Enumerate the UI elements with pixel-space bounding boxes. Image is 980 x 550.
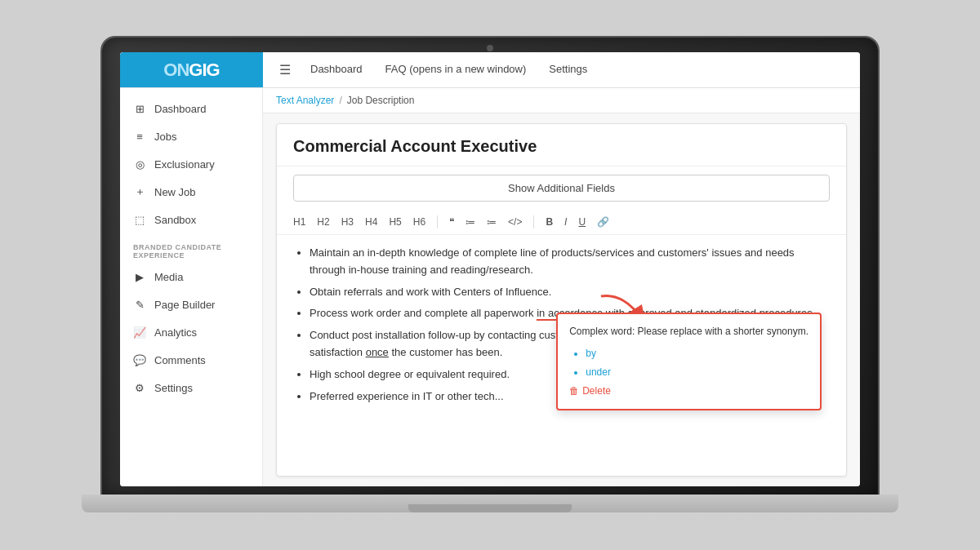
sidebar-label-jobs: Jobs [154, 131, 176, 143]
heading-group: H1 H2 H3 H4 H5 H6 [290, 215, 429, 229]
laptop-frame: ONGIG ☰ Dashboard FAQ (opens in a new wi… [102, 38, 878, 512]
sidebar-label-exclusionary: Exclusionary [154, 158, 215, 171]
exclusionary-icon: ◎ [133, 157, 146, 171]
code-button[interactable]: </> [505, 215, 525, 229]
logo-area: ONGIG [120, 52, 263, 87]
sidebar-label-page-builder: Page Builder [154, 299, 215, 311]
settings-icon: ⚙ [133, 381, 146, 394]
sidebar-item-sandbox[interactable]: ⬚ Sandbox [120, 206, 262, 233]
editor-toolbar: H1 H2 H3 H4 H5 H6 ❝ ≔ [277, 210, 846, 235]
underlined-word: once [366, 346, 389, 358]
sandbox-icon: ⬚ [133, 213, 146, 226]
camera [487, 45, 493, 51]
show-fields-button[interactable]: Show Additional Fields [293, 175, 830, 202]
jobs-icon: ≡ [133, 130, 146, 143]
delete-label[interactable]: Delete [582, 384, 611, 399]
app-screen: ONGIG ☰ Dashboard FAQ (opens in a new wi… [120, 52, 860, 486]
format-group: B I U 🔗 [542, 215, 612, 229]
breadcrumb-link[interactable]: Text Analyzer [276, 95, 334, 106]
block-group: ❝ ≔ ≔ </> [446, 215, 525, 229]
logo-on: ON [163, 60, 189, 80]
h1-button[interactable]: H1 [290, 215, 309, 229]
editor-title: Commercial Account Executive [293, 137, 830, 156]
header-nav: ☰ Dashboard FAQ (opens in a new window) … [263, 52, 860, 87]
logo-gig: GIG [189, 60, 219, 80]
dashboard-icon: ⊞ [133, 102, 146, 115]
h3-button[interactable]: H3 [338, 215, 357, 229]
toolbar-divider-2 [533, 215, 534, 228]
tooltip-popup: Complex word: Please replace with a shor… [556, 313, 822, 410]
suggestion-by[interactable]: by [586, 346, 808, 361]
tooltip-delete[interactable]: 🗑 Delete [569, 384, 808, 399]
sidebar-item-jobs[interactable]: ≡ Jobs [120, 122, 262, 150]
tooltip-suggestions: by under [569, 346, 808, 379]
italic-button[interactable]: I [561, 215, 570, 229]
main-content: Text Analyzer / Job Description Commerci… [263, 88, 860, 486]
breadcrumb-separator: / [339, 95, 341, 106]
sidebar-item-page-builder[interactable]: ✎ Page Builder [120, 291, 262, 318]
breadcrumb-current: Job Description [347, 95, 415, 106]
app-body: ⊞ Dashboard ≡ Jobs ◎ Exclusionary ＋ New … [120, 88, 860, 486]
sidebar-section-branded: BRANDED CANDIDATE EXPERIENCE [120, 233, 262, 263]
blockquote-button[interactable]: ❝ [446, 215, 457, 229]
content-area: Commercial Account Executive Show Additi… [263, 113, 860, 486]
suggestion-under[interactable]: under [586, 365, 808, 380]
unordered-list-button[interactable]: ≔ [462, 215, 479, 229]
h6-button[interactable]: H6 [410, 215, 429, 229]
sidebar-label-comments: Comments [154, 354, 206, 366]
sidebar: ⊞ Dashboard ≡ Jobs ◎ Exclusionary ＋ New … [120, 88, 263, 486]
breadcrumb: Text Analyzer / Job Description [263, 88, 860, 113]
sidebar-item-analytics[interactable]: 📈 Analytics [120, 318, 262, 346]
logo: ONGIG [163, 60, 219, 81]
sidebar-label-media: Media [154, 271, 183, 283]
app-header: ONGIG ☰ Dashboard FAQ (opens in a new wi… [120, 52, 860, 88]
list-item-1: Maintain an in-depth knowledge of comple… [310, 245, 830, 279]
sidebar-label-analytics: Analytics [154, 326, 197, 339]
toolbar-divider-1 [437, 215, 438, 228]
page-builder-icon: ✎ [133, 298, 146, 311]
sidebar-item-exclusionary[interactable]: ◎ Exclusionary [120, 150, 262, 178]
editor-title-area: Commercial Account Executive [277, 124, 846, 166]
nav-settings[interactable]: Settings [539, 52, 597, 87]
sidebar-label-new-job: New Job [154, 186, 196, 198]
link-button[interactable]: 🔗 [594, 215, 612, 229]
sidebar-item-media[interactable]: ▶ Media [120, 263, 262, 291]
ordered-list-button[interactable]: ≔ [483, 215, 500, 229]
hamburger-icon[interactable]: ☰ [273, 57, 297, 82]
nav-dashboard[interactable]: Dashboard [301, 52, 372, 87]
editor-card: Commercial Account Executive Show Additi… [276, 123, 847, 477]
screen-bezel: ONGIG ☰ Dashboard FAQ (opens in a new wi… [102, 38, 878, 495]
delete-icon: 🗑 [569, 384, 579, 399]
sidebar-label-settings: Settings [154, 382, 193, 394]
bold-button[interactable]: B [542, 215, 556, 229]
underline-button[interactable]: U [575, 215, 589, 229]
tooltip-title: Complex word: Please replace with a shor… [569, 324, 808, 339]
sidebar-item-comments[interactable]: 💬 Comments [120, 346, 262, 374]
sidebar-item-new-job[interactable]: ＋ New Job [120, 178, 262, 206]
list-item-2: Obtain referrals and work with Centers o… [310, 284, 830, 301]
nav-faq[interactable]: FAQ (opens in a new window) [376, 52, 537, 87]
sidebar-label-sandbox: Sandbox [154, 214, 196, 226]
new-job-icon: ＋ [133, 185, 146, 198]
media-icon: ▶ [133, 270, 146, 283]
editor-body[interactable]: Maintain an in-depth knowledge of comple… [277, 235, 846, 476]
sidebar-label-dashboard: Dashboard [154, 103, 207, 115]
laptop-base [82, 495, 898, 512]
sidebar-item-dashboard[interactable]: ⊞ Dashboard [120, 95, 262, 122]
analytics-icon: 📈 [133, 326, 146, 339]
h4-button[interactable]: H4 [362, 215, 381, 229]
h5-button[interactable]: H5 [385, 215, 404, 229]
h2-button[interactable]: H2 [314, 215, 332, 229]
sidebar-item-settings[interactable]: ⚙ Settings [120, 374, 262, 401]
comments-icon: 💬 [133, 353, 146, 366]
